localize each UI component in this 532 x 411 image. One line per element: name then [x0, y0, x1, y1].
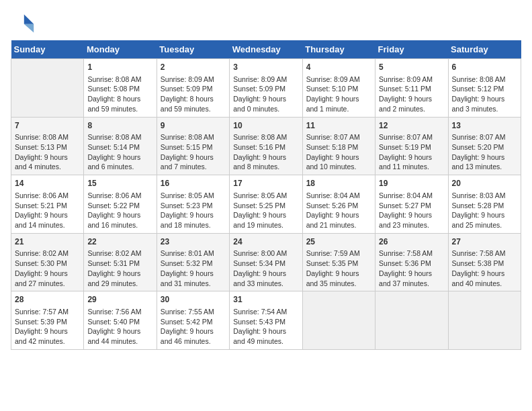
- calendar-cell: 6Sunrise: 8:08 AM Sunset: 5:12 PM Daylig…: [448, 59, 521, 118]
- day-number: 29: [87, 294, 152, 306]
- day-info: Sunrise: 8:09 AM Sunset: 5:09 PM Dayligh…: [233, 75, 298, 114]
- day-info: Sunrise: 8:06 AM Sunset: 5:21 PM Dayligh…: [15, 191, 80, 230]
- calendar-cell: [448, 291, 521, 350]
- day-number: 31: [233, 294, 298, 306]
- svg-marker-0: [24, 14, 34, 24]
- day-number: 2: [161, 62, 226, 73]
- day-info: Sunrise: 7:58 AM Sunset: 5:38 PM Dayligh…: [452, 248, 517, 288]
- calendar-header: SundayMondayTuesdayWednesdayThursdayFrid…: [11, 40, 521, 59]
- weekday-header-monday: Monday: [84, 40, 157, 59]
- week-row-2: 7Sunrise: 8:08 AM Sunset: 5:13 PM Daylig…: [11, 117, 521, 175]
- calendar-cell: 17Sunrise: 8:05 AM Sunset: 5:25 PM Dayli…: [230, 175, 302, 234]
- calendar-cell: 5Sunrise: 8:09 AM Sunset: 5:11 PM Daylig…: [375, 59, 448, 118]
- calendar-cell: 3Sunrise: 8:09 AM Sunset: 5:09 PM Daylig…: [230, 59, 302, 118]
- day-info: Sunrise: 8:07 AM Sunset: 5:19 PM Dayligh…: [379, 132, 444, 172]
- logo: [11, 11, 38, 35]
- day-info: Sunrise: 7:59 AM Sunset: 5:35 PM Dayligh…: [306, 248, 371, 288]
- day-number: 11: [306, 120, 371, 132]
- calendar-cell: 19Sunrise: 8:04 AM Sunset: 5:27 PM Dayli…: [375, 175, 448, 234]
- calendar-cell: 12Sunrise: 8:07 AM Sunset: 5:19 PM Dayli…: [375, 117, 448, 175]
- calendar-cell: 11Sunrise: 8:07 AM Sunset: 5:18 PM Dayli…: [302, 117, 375, 175]
- day-number: 13: [452, 120, 517, 132]
- day-info: Sunrise: 8:07 AM Sunset: 5:20 PM Dayligh…: [452, 132, 517, 172]
- day-number: 12: [379, 120, 444, 132]
- calendar-cell: 14Sunrise: 8:06 AM Sunset: 5:21 PM Dayli…: [11, 175, 84, 234]
- day-info: Sunrise: 7:56 AM Sunset: 5:40 PM Dayligh…: [87, 307, 152, 347]
- week-row-3: 14Sunrise: 8:06 AM Sunset: 5:21 PM Dayli…: [11, 175, 521, 234]
- calendar-cell: 24Sunrise: 8:00 AM Sunset: 5:34 PM Dayli…: [230, 233, 302, 291]
- day-info: Sunrise: 8:08 AM Sunset: 5:12 PM Dayligh…: [452, 75, 517, 114]
- calendar-cell: 27Sunrise: 7:58 AM Sunset: 5:38 PM Dayli…: [448, 233, 521, 291]
- day-info: Sunrise: 8:09 AM Sunset: 5:11 PM Dayligh…: [379, 75, 444, 114]
- calendar-body: 1Sunrise: 8:08 AM Sunset: 5:08 PM Daylig…: [11, 59, 521, 350]
- weekday-header-friday: Friday: [375, 40, 448, 59]
- day-info: Sunrise: 8:04 AM Sunset: 5:26 PM Dayligh…: [306, 191, 371, 230]
- day-info: Sunrise: 8:05 AM Sunset: 5:25 PM Dayligh…: [233, 191, 298, 230]
- day-number: 1: [87, 62, 152, 73]
- weekday-header-tuesday: Tuesday: [157, 40, 229, 59]
- calendar-cell: 8Sunrise: 8:08 AM Sunset: 5:14 PM Daylig…: [84, 117, 157, 175]
- day-number: 26: [379, 236, 444, 248]
- calendar-cell: 15Sunrise: 8:06 AM Sunset: 5:22 PM Dayli…: [84, 175, 157, 234]
- calendar-cell: 7Sunrise: 8:08 AM Sunset: 5:13 PM Daylig…: [11, 117, 84, 175]
- day-number: 3: [233, 62, 298, 73]
- page-header: [11, 11, 521, 35]
- day-number: 17: [233, 178, 298, 189]
- calendar-cell: [375, 291, 448, 350]
- calendar-cell: [302, 291, 375, 350]
- day-number: 21: [15, 236, 80, 248]
- day-number: 15: [87, 178, 152, 189]
- calendar-cell: [11, 59, 84, 118]
- day-info: Sunrise: 8:03 AM Sunset: 5:28 PM Dayligh…: [452, 191, 517, 230]
- calendar-cell: 9Sunrise: 8:08 AM Sunset: 5:15 PM Daylig…: [157, 117, 229, 175]
- day-number: 10: [233, 120, 298, 132]
- day-info: Sunrise: 8:01 AM Sunset: 5:32 PM Dayligh…: [161, 248, 226, 288]
- day-info: Sunrise: 8:08 AM Sunset: 5:16 PM Dayligh…: [233, 132, 298, 172]
- day-info: Sunrise: 8:02 AM Sunset: 5:30 PM Dayligh…: [15, 248, 80, 288]
- calendar-cell: 28Sunrise: 7:57 AM Sunset: 5:39 PM Dayli…: [11, 291, 84, 350]
- day-number: 22: [87, 236, 152, 248]
- weekday-header-sunday: Sunday: [11, 40, 84, 59]
- weekday-row: SundayMondayTuesdayWednesdayThursdayFrid…: [11, 40, 521, 59]
- calendar-cell: 1Sunrise: 8:08 AM Sunset: 5:08 PM Daylig…: [84, 59, 157, 118]
- day-info: Sunrise: 8:07 AM Sunset: 5:18 PM Dayligh…: [306, 132, 371, 172]
- weekday-header-thursday: Thursday: [302, 40, 375, 59]
- day-info: Sunrise: 8:00 AM Sunset: 5:34 PM Dayligh…: [233, 248, 298, 288]
- day-info: Sunrise: 8:05 AM Sunset: 5:23 PM Dayligh…: [161, 191, 226, 230]
- calendar-cell: 18Sunrise: 8:04 AM Sunset: 5:26 PM Dayli…: [302, 175, 375, 234]
- calendar-cell: 23Sunrise: 8:01 AM Sunset: 5:32 PM Dayli…: [157, 233, 229, 291]
- day-number: 16: [161, 178, 226, 189]
- calendar-cell: 29Sunrise: 7:56 AM Sunset: 5:40 PM Dayli…: [84, 291, 157, 350]
- day-number: 24: [233, 236, 298, 248]
- day-info: Sunrise: 8:09 AM Sunset: 5:10 PM Dayligh…: [306, 75, 371, 114]
- day-number: 7: [15, 120, 80, 132]
- day-info: Sunrise: 8:08 AM Sunset: 5:14 PM Dayligh…: [87, 132, 152, 172]
- day-info: Sunrise: 8:09 AM Sunset: 5:09 PM Dayligh…: [161, 75, 226, 114]
- day-number: 23: [161, 236, 226, 248]
- day-number: 9: [161, 120, 226, 132]
- calendar-cell: 2Sunrise: 8:09 AM Sunset: 5:09 PM Daylig…: [157, 59, 229, 118]
- day-number: 14: [15, 178, 80, 189]
- week-row-1: 1Sunrise: 8:08 AM Sunset: 5:08 PM Daylig…: [11, 59, 521, 118]
- day-info: Sunrise: 7:57 AM Sunset: 5:39 PM Dayligh…: [15, 307, 80, 347]
- day-info: Sunrise: 7:54 AM Sunset: 5:43 PM Dayligh…: [233, 307, 298, 347]
- calendar-cell: 13Sunrise: 8:07 AM Sunset: 5:20 PM Dayli…: [448, 117, 521, 175]
- calendar-cell: 16Sunrise: 8:05 AM Sunset: 5:23 PM Dayli…: [157, 175, 229, 234]
- week-row-4: 21Sunrise: 8:02 AM Sunset: 5:30 PM Dayli…: [11, 233, 521, 291]
- day-info: Sunrise: 8:08 AM Sunset: 5:15 PM Dayligh…: [161, 132, 226, 172]
- svg-marker-1: [24, 24, 34, 33]
- day-number: 18: [306, 178, 371, 189]
- weekday-header-saturday: Saturday: [448, 40, 521, 59]
- day-info: Sunrise: 8:04 AM Sunset: 5:27 PM Dayligh…: [379, 191, 444, 230]
- calendar-cell: 4Sunrise: 8:09 AM Sunset: 5:10 PM Daylig…: [302, 59, 375, 118]
- calendar-cell: 20Sunrise: 8:03 AM Sunset: 5:28 PM Dayli…: [448, 175, 521, 234]
- day-info: Sunrise: 7:55 AM Sunset: 5:42 PM Dayligh…: [161, 307, 226, 347]
- day-info: Sunrise: 8:08 AM Sunset: 5:13 PM Dayligh…: [15, 132, 80, 172]
- day-number: 28: [15, 294, 80, 306]
- weekday-header-wednesday: Wednesday: [230, 40, 302, 59]
- day-number: 20: [452, 178, 517, 189]
- calendar-cell: 21Sunrise: 8:02 AM Sunset: 5:30 PM Dayli…: [11, 233, 84, 291]
- calendar-cell: 26Sunrise: 7:58 AM Sunset: 5:36 PM Dayli…: [375, 233, 448, 291]
- day-info: Sunrise: 8:06 AM Sunset: 5:22 PM Dayligh…: [87, 191, 152, 230]
- calendar-cell: 25Sunrise: 7:59 AM Sunset: 5:35 PM Dayli…: [302, 233, 375, 291]
